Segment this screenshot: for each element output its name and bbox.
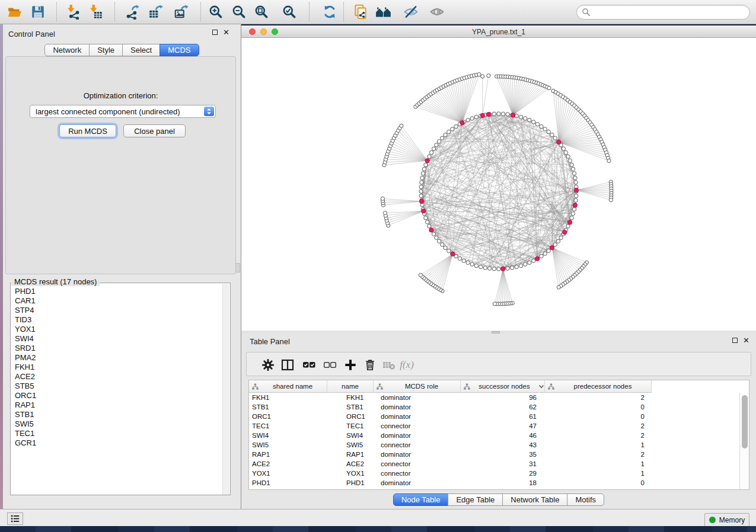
optimization-criterion-select[interactable]: largest connected component (undirected) <box>30 105 216 118</box>
ring-node[interactable] <box>419 185 423 188</box>
tab-mcds[interactable]: MCDS <box>160 44 199 56</box>
ring-node[interactable] <box>575 194 578 197</box>
mcds-result-scrollbar[interactable] <box>222 284 229 495</box>
satellite-node[interactable] <box>477 73 481 76</box>
ring-node[interactable] <box>435 236 438 239</box>
table-row[interactable]: SWI5SWI5connector431 <box>249 440 739 450</box>
ring-node[interactable] <box>492 112 496 116</box>
column-header-predecessor-nodes[interactable]: predecessor nodes <box>545 380 652 392</box>
ring-node[interactable] <box>524 117 527 120</box>
ring-node[interactable] <box>547 249 550 252</box>
ring-node[interactable] <box>570 216 573 220</box>
ring-node[interactable] <box>532 259 535 262</box>
mcds-result-item[interactable]: PMA2 <box>12 353 218 363</box>
ring-node[interactable] <box>559 236 563 239</box>
ring-node[interactable] <box>428 225 431 228</box>
mcds-result-item[interactable]: TEC1 <box>12 429 218 438</box>
ring-node[interactable] <box>474 115 478 118</box>
column-header-mcds-role[interactable]: MCDS role <box>374 380 461 392</box>
mcds-result-list[interactable]: PHD1CAR1STP4TID3YOX1SWI4SRD1PMA2FKH1ACE2… <box>12 287 218 493</box>
ring-node[interactable] <box>428 155 431 158</box>
mcds-hub-node[interactable] <box>501 267 505 271</box>
ring-node[interactable] <box>462 259 465 262</box>
ring-node[interactable] <box>501 112 505 116</box>
network-view-canvas[interactable] <box>241 38 756 331</box>
ring-node[interactable] <box>553 136 557 140</box>
ring-node[interactable] <box>437 239 441 243</box>
ring-node[interactable] <box>419 194 423 197</box>
ring-node[interactable] <box>424 216 428 220</box>
ring-node[interactable] <box>432 232 435 236</box>
unselect-all-icon[interactable] <box>321 357 338 373</box>
ring-node[interactable] <box>470 117 474 120</box>
ring-node[interactable] <box>573 176 577 180</box>
mcds-hub-node[interactable] <box>425 159 429 163</box>
ring-node[interactable] <box>568 159 572 162</box>
task-history-button[interactable] <box>7 512 23 525</box>
ring-node[interactable] <box>519 115 522 118</box>
mcds-result-item[interactable]: SRD1 <box>12 344 218 353</box>
zoom-out-icon[interactable] <box>229 2 249 22</box>
mcds-hub-node[interactable] <box>460 121 464 125</box>
ring-node[interactable] <box>519 264 522 267</box>
ring-node[interactable] <box>506 113 509 116</box>
close-panel-button[interactable]: Close panel <box>123 124 186 137</box>
mcds-result-item[interactable]: GCR1 <box>12 438 218 448</box>
tab-node-table[interactable]: Node Table <box>393 493 449 506</box>
ring-node[interactable] <box>574 181 578 184</box>
mcds-result-item[interactable]: STP4 <box>12 306 218 315</box>
ring-node[interactable] <box>444 246 447 249</box>
mcds-hub-node[interactable] <box>511 113 515 117</box>
ring-node[interactable] <box>540 254 543 258</box>
tab-select[interactable]: Select <box>122 44 160 56</box>
import-network-icon[interactable] <box>63 2 83 22</box>
zoom-selected-icon[interactable] <box>279 2 299 22</box>
ring-node[interactable] <box>466 261 470 264</box>
ring-node[interactable] <box>447 249 451 252</box>
column-header-shared-name[interactable]: shared name <box>249 380 327 392</box>
export-image-icon[interactable] <box>171 2 192 22</box>
mcds-hub-node[interactable] <box>422 209 426 213</box>
satellite-node[interactable] <box>481 75 484 78</box>
satellite-node[interactable] <box>400 124 403 127</box>
ring-node[interactable] <box>556 239 560 243</box>
satellite-node[interactable] <box>487 74 490 78</box>
save-session-icon[interactable] <box>28 2 48 22</box>
delete-table-icon[interactable] <box>381 357 397 373</box>
ring-node[interactable] <box>564 150 567 154</box>
network-window-titlebar[interactable]: YPA_prune.txt_1 <box>241 25 756 38</box>
run-mcds-button[interactable]: Run MCDS <box>59 124 116 137</box>
satellite-node[interactable] <box>609 198 613 202</box>
ring-node[interactable] <box>543 127 547 131</box>
ring-node[interactable] <box>570 163 573 166</box>
column-header-successor-nodes[interactable]: successor nodes <box>461 380 545 392</box>
table-row[interactable]: YOX1YOX1connector291 <box>249 469 739 478</box>
ring-node[interactable] <box>532 120 535 124</box>
ring-node[interactable] <box>572 207 576 211</box>
mcds-hub-node[interactable] <box>563 230 567 234</box>
satellite-node[interactable] <box>419 273 422 277</box>
ring-node[interactable] <box>566 225 570 228</box>
ring-node[interactable] <box>420 181 423 184</box>
close-table-panel-icon[interactable]: ✕ <box>743 338 749 343</box>
mcds-result-item[interactable]: ACE2 <box>12 372 218 382</box>
zoom-fit-icon[interactable] <box>251 2 272 22</box>
ring-node[interactable] <box>528 118 531 122</box>
mcds-result-item[interactable]: PHD1 <box>12 287 218 296</box>
satellite-node[interactable] <box>381 197 384 200</box>
tab-edge-table[interactable]: Edge Table <box>448 493 503 506</box>
satellite-node[interactable] <box>383 211 387 214</box>
export-network-icon[interactable] <box>122 2 142 22</box>
ring-node[interactable] <box>574 198 578 202</box>
ring-node[interactable] <box>424 163 428 166</box>
ring-node[interactable] <box>497 267 500 271</box>
ring-node[interactable] <box>470 262 474 266</box>
ring-node[interactable] <box>572 172 576 175</box>
mcds-result-item[interactable]: RAP1 <box>12 400 218 410</box>
ring-node[interactable] <box>483 266 487 270</box>
ring-node[interactable] <box>429 150 433 154</box>
mcds-result-item[interactable]: SWI4 <box>12 334 218 344</box>
ring-node[interactable] <box>511 266 514 270</box>
ring-node[interactable] <box>535 122 539 126</box>
mcds-hub-node[interactable] <box>573 203 577 207</box>
